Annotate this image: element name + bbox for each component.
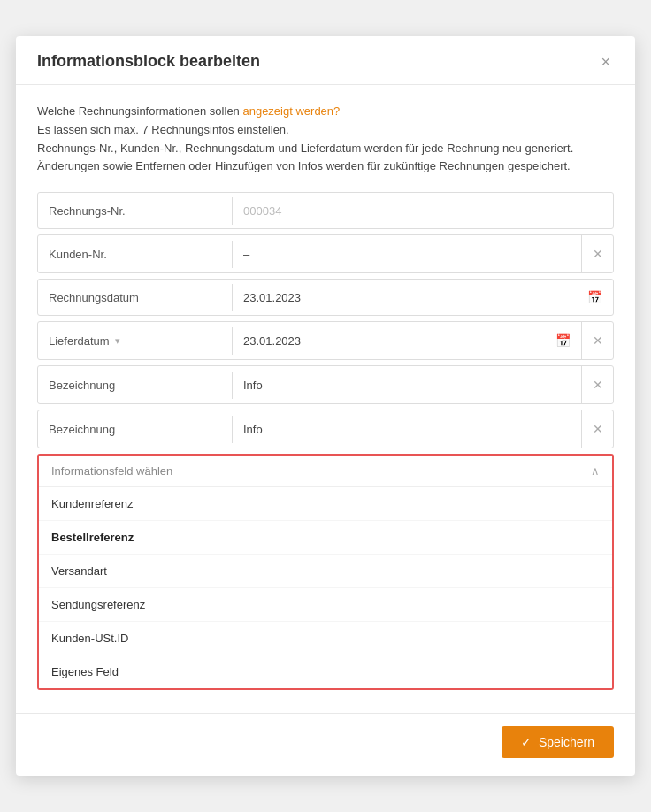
dropdown-item-eigenes-feld[interactable]: Eigenes Feld bbox=[39, 655, 612, 688]
dropdown-header-label: Informationsfeld wählen bbox=[51, 464, 172, 478]
value-rechnungsdatum[interactable]: 23.01.2023 📅 bbox=[233, 283, 613, 311]
row-rechnungsdatum: Rechnungsdatum 23.01.2023 📅 bbox=[37, 279, 614, 316]
description-line3: Rechnungs-Nr., Kunden-Nr., Rechnungsdatu… bbox=[37, 140, 614, 158]
description-line1: Welche Rechnungsinformationen sollen ang… bbox=[37, 103, 614, 121]
remove-lieferdatum-button[interactable]: ✕ bbox=[581, 322, 613, 359]
value-rechnungs-nr: 000034 bbox=[233, 197, 613, 225]
dialog-header: Informationsblock bearbeiten × bbox=[16, 36, 635, 85]
chevron-up-icon: ∧ bbox=[591, 464, 600, 478]
row-bezeichnung-1: Bezeichnung Info ✕ bbox=[37, 365, 614, 404]
dropdown-item-kunden-ustid[interactable]: Kunden-USt.ID bbox=[39, 622, 612, 655]
description-line4: Änderungen sowie Entfernen oder Hinzufüg… bbox=[37, 157, 614, 176]
calendar-icon-lieferdatum: 📅 bbox=[555, 333, 571, 348]
remove-bezeichnung-2-button[interactable]: ✕ bbox=[581, 410, 613, 448]
value-kunden-nr: – bbox=[233, 241, 581, 268]
chevron-down-icon-lieferdatum: ▾ bbox=[115, 335, 120, 347]
dialog-footer: ✓ Speichern bbox=[16, 713, 635, 776]
save-label: Speichern bbox=[539, 735, 594, 749]
close-button[interactable]: × bbox=[597, 52, 614, 72]
remove-kunden-nr-button[interactable]: ✕ bbox=[581, 235, 613, 272]
dropdown-item-sendungsreferenz[interactable]: Sendungsreferenz bbox=[39, 588, 612, 622]
remove-bezeichnung-1-button[interactable]: ✕ bbox=[581, 366, 613, 403]
label-bezeichnung-1: Bezeichnung bbox=[38, 372, 233, 399]
label-kunden-nr: Kunden-Nr. bbox=[38, 241, 233, 268]
dropdown-item-versandart[interactable]: Versandart bbox=[39, 555, 612, 588]
row-bezeichnung-2: Bezeichnung Info ✕ bbox=[37, 410, 614, 448]
label-bezeichnung-2: Bezeichnung bbox=[38, 416, 233, 443]
dialog: Informationsblock bearbeiten × Welche Re… bbox=[16, 36, 635, 776]
dropdown-informationsfeld: Informationsfeld wählen ∧ Kundenreferenz… bbox=[37, 454, 614, 690]
dropdown-items-list: Kundenreferenz Bestellreferenz Versandar… bbox=[39, 487, 612, 688]
dropdown-item-kundenreferenz[interactable]: Kundenreferenz bbox=[39, 487, 612, 521]
label-lieferdatum: Lieferdatum ▾ bbox=[38, 327, 233, 355]
save-button[interactable]: ✓ Speichern bbox=[502, 726, 614, 758]
dropdown-item-bestellreferenz[interactable]: Bestellreferenz bbox=[39, 521, 612, 555]
label-rechnungs-nr: Rechnungs-Nr. bbox=[38, 197, 233, 225]
row-lieferdatum: Lieferdatum ▾ 23.01.2023 📅 ✕ bbox=[37, 321, 614, 360]
dialog-title: Informationsblock bearbeiten bbox=[37, 52, 260, 71]
value-bezeichnung-1[interactable]: Info bbox=[233, 372, 581, 399]
calendar-icon-rechnungsdatum: 📅 bbox=[587, 290, 602, 304]
description-highlight: angezeigt werden? bbox=[242, 104, 340, 118]
label-rechnungsdatum: Rechnungsdatum bbox=[38, 284, 233, 311]
dialog-body: Welche Rechnungsinformationen sollen ang… bbox=[16, 85, 635, 713]
value-lieferdatum[interactable]: 23.01.2023 📅 bbox=[233, 326, 581, 355]
row-rechnungs-nr: Rechnungs-Nr. 000034 bbox=[37, 192, 614, 229]
check-icon: ✓ bbox=[521, 735, 532, 749]
description-line2: Es lassen sich max. 7 Rechnungsinfos ein… bbox=[37, 121, 614, 140]
description-text: Welche Rechnungsinformationen sollen ang… bbox=[37, 103, 614, 176]
value-bezeichnung-2[interactable]: Info bbox=[233, 416, 581, 443]
dropdown-header[interactable]: Informationsfeld wählen ∧ bbox=[39, 456, 612, 487]
row-kunden-nr: Kunden-Nr. – ✕ bbox=[37, 234, 614, 273]
